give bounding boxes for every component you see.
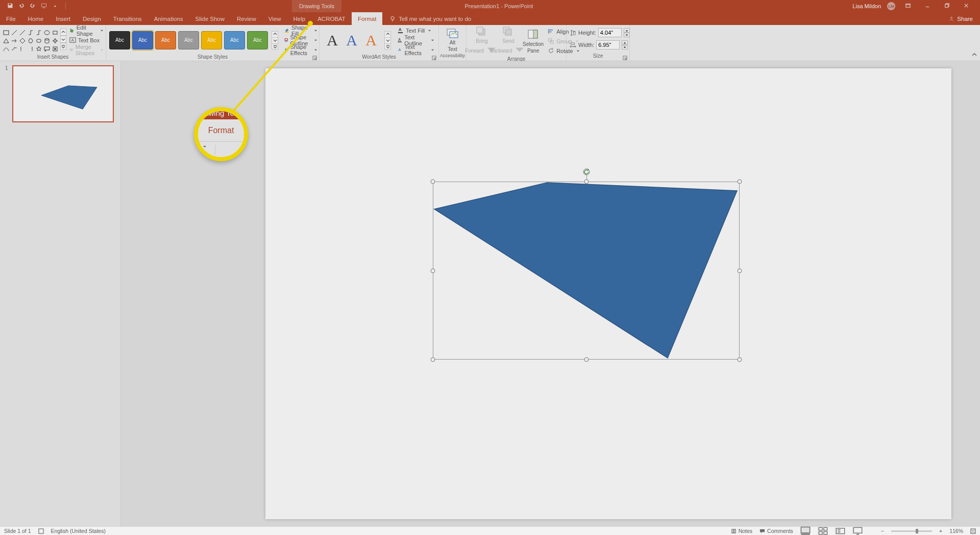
scroll-down-icon[interactable] — [272, 37, 278, 43]
shape-action-icon[interactable] — [52, 45, 59, 52]
canvas-area[interactable] — [121, 61, 980, 526]
shape-outline-button[interactable]: Shape Outline — [283, 36, 318, 44]
shape-style-swatch-2[interactable]: Abc — [155, 31, 176, 49]
tab-slideshow[interactable]: Slide Show — [189, 12, 231, 25]
user-name[interactable]: Lisa Mildon — [852, 3, 881, 9]
shape-triangle-icon[interactable] — [3, 37, 10, 44]
height-spinner[interactable] — [624, 28, 630, 37]
text-box-button[interactable]: A Text Box — [68, 36, 105, 44]
tab-home[interactable]: Home — [22, 12, 50, 25]
scroll-down-icon[interactable] — [384, 37, 391, 43]
shape-arrow-icon[interactable] — [11, 37, 18, 44]
accessibility-checker-icon[interactable] — [38, 528, 44, 534]
tab-format[interactable]: Format — [352, 12, 382, 25]
handle-e[interactable] — [738, 268, 742, 273]
alt-text-button[interactable]: Alt Text — [442, 28, 463, 52]
scroll-up-icon[interactable] — [60, 29, 66, 36]
text-outline-button[interactable]: A Text Outline — [396, 36, 435, 44]
zoom-level[interactable]: 116% — [949, 528, 963, 534]
zoom-slider[interactable] — [891, 530, 932, 532]
comments-button[interactable]: Comments — [760, 528, 793, 534]
ribbon-display-options-icon[interactable] — [901, 3, 915, 9]
shape-styles-scroll[interactable] — [272, 31, 278, 49]
scroll-more-icon[interactable] — [60, 43, 66, 50]
zoom-in-button[interactable]: + — [939, 528, 942, 534]
handle-sw[interactable] — [431, 358, 435, 362]
shape-line2-icon[interactable] — [19, 29, 27, 36]
spin-down-icon[interactable] — [622, 45, 628, 49]
shape-star-icon[interactable] — [36, 45, 43, 52]
redo-icon[interactable] — [30, 3, 36, 10]
width-input[interactable] — [596, 40, 620, 49]
wordart-style-swatch-0[interactable]: A — [323, 31, 342, 49]
text-fill-button[interactable]: A Text Fill — [396, 26, 435, 35]
shape-diamond-icon[interactable] — [19, 37, 27, 44]
tab-review[interactable]: Review — [231, 12, 262, 25]
shape-style-swatch-5[interactable]: Abc — [224, 31, 245, 49]
shape-styles-gallery[interactable]: AbcAbcAbcAbcAbcAbcAbc — [109, 31, 268, 49]
scroll-up-icon[interactable] — [384, 31, 391, 37]
shape-style-swatch-3[interactable]: Abc — [178, 31, 199, 49]
shape-can-icon[interactable] — [44, 37, 51, 44]
handle-nw[interactable] — [431, 180, 435, 184]
shape-freeform-icon[interactable] — [11, 45, 18, 52]
shapes-gallery-scroll[interactable] — [60, 29, 66, 50]
width-spinner[interactable] — [622, 40, 628, 49]
qat-customize-icon[interactable] — [52, 3, 58, 10]
selection-pane-button[interactable]: Selection Pane — [523, 29, 544, 54]
slide-thumbnail-1[interactable]: 1 — [6, 65, 114, 122]
handle-ne[interactable] — [738, 180, 742, 184]
shapes-gallery[interactable] — [3, 29, 59, 52]
shape-callout-icon[interactable] — [44, 45, 51, 52]
tab-transitions[interactable]: Transitions — [107, 12, 148, 25]
scroll-more-icon[interactable] — [384, 43, 391, 49]
wordart-style-swatch-1[interactable]: A — [342, 31, 361, 49]
start-from-beginning-icon[interactable] — [41, 3, 47, 10]
shape-oval-icon[interactable] — [44, 29, 51, 36]
scroll-up-icon[interactable] — [272, 31, 278, 37]
tab-file[interactable]: File — [0, 12, 22, 25]
close-icon[interactable] — [960, 3, 973, 9]
shape-curve-icon[interactable] — [3, 45, 10, 52]
freeform-shape[interactable] — [433, 182, 740, 360]
tab-animations[interactable]: Animations — [148, 12, 189, 25]
text-effects-button[interactable]: A Text Effects — [396, 45, 435, 54]
shape-effects-button[interactable]: Shape Effects — [283, 45, 318, 54]
shape-fill-button[interactable]: Shape Fill — [283, 26, 318, 35]
reading-view-icon[interactable] — [835, 527, 845, 534]
handle-n[interactable] — [584, 180, 589, 184]
shape-rectangle-icon[interactable] — [3, 29, 10, 36]
tab-help[interactable]: Help — [287, 12, 312, 25]
handle-se[interactable] — [738, 358, 742, 362]
shape-style-swatch-4[interactable]: Abc — [201, 31, 222, 49]
shape-plus-icon[interactable] — [52, 37, 59, 44]
tab-view[interactable]: View — [262, 12, 287, 25]
scroll-more-icon[interactable] — [272, 43, 278, 49]
shape-connector2-icon[interactable] — [36, 29, 43, 36]
thumbnail-pane[interactable]: 1 — [0, 61, 121, 526]
language-indicator[interactable]: English (United States) — [51, 528, 106, 534]
spin-down-icon[interactable] — [624, 33, 630, 37]
shape-style-swatch-0[interactable]: Abc — [109, 31, 130, 49]
share-button[interactable]: Share — [941, 12, 980, 25]
edit-shape-button[interactable]: Edit Shape — [68, 26, 105, 35]
undo-icon[interactable] — [18, 3, 24, 10]
fit-to-window-icon[interactable] — [970, 528, 976, 534]
collapse-ribbon-icon[interactable] — [972, 50, 977, 60]
tell-me-search[interactable]: Tell me what you want to do — [389, 12, 471, 25]
restore-icon[interactable] — [940, 3, 953, 9]
shape-brace2-icon[interactable] — [28, 45, 35, 52]
normal-view-icon[interactable] — [800, 527, 811, 534]
slide-sorter-view-icon[interactable] — [818, 527, 828, 534]
minimize-icon[interactable] — [921, 3, 934, 9]
shape-style-swatch-1[interactable]: Abc — [132, 31, 153, 49]
selected-shape[interactable] — [433, 182, 740, 360]
wordart-scroll[interactable] — [384, 31, 391, 49]
zoom-out-button[interactable]: − — [881, 528, 884, 534]
scroll-down-icon[interactable] — [60, 36, 66, 43]
wordart-style-swatch-2[interactable]: A — [361, 31, 381, 49]
notes-button[interactable]: Notes — [731, 528, 752, 534]
handle-s[interactable] — [584, 358, 589, 362]
shape-hex-icon[interactable] — [28, 37, 35, 44]
thumbnail-preview[interactable] — [12, 65, 114, 122]
